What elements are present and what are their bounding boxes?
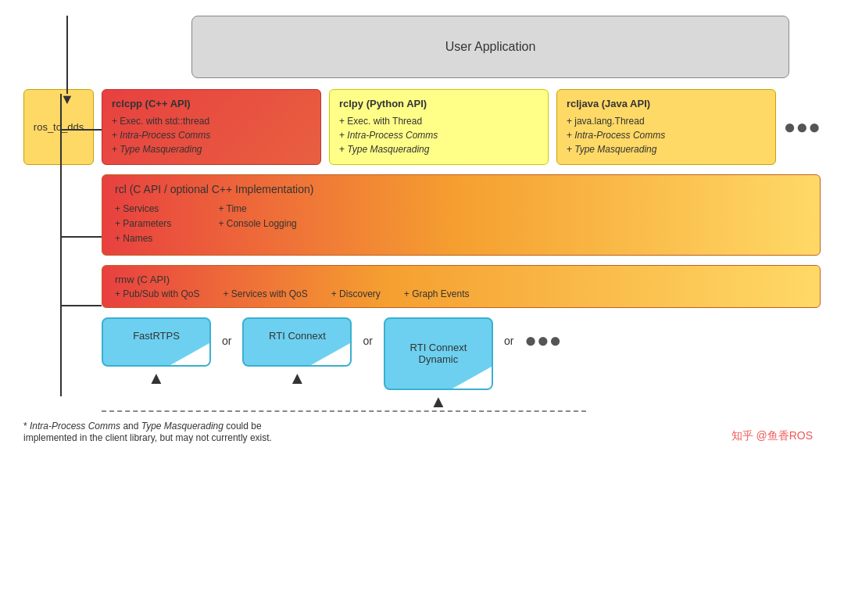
rclcpp-box: rclcpp (C++ API) + Exec. with std::threa… <box>102 89 321 165</box>
rclcpp-title: rclcpp (C++ API) <box>112 98 311 109</box>
rmw-title: rmw (C API) <box>115 274 807 285</box>
footnote: * Intra-Process Comms and Type Masquerad… <box>23 420 821 443</box>
rcljava-feat3: + Type Masquerading <box>567 142 766 156</box>
fastrtps-label: FastRTPS <box>133 330 180 342</box>
rticonnext-box: RTI Connext <box>242 317 352 367</box>
ros-to-dds-box: ros_to_dds <box>23 89 94 165</box>
h-line-client-libs <box>60 129 102 131</box>
rcl-names: + Names <box>115 231 171 246</box>
rcljava-feat1: + java.lang.Thread <box>567 114 766 128</box>
dashed-line <box>102 410 586 412</box>
rticonnext-col: RTI Connext ▲ <box>242 317 352 387</box>
rcljava-title: rcljava (Java API) <box>567 98 766 109</box>
rcl-service: + Services <box>115 202 171 217</box>
or-1: or <box>211 317 242 347</box>
watermark: 知乎 @鱼香ROS <box>731 429 813 443</box>
rclcpp-feat2: + Intra-Process Comms <box>112 128 311 142</box>
rclpy-feat2: + Intra-Process Comms <box>339 128 538 142</box>
rclcpp-feat3: + Type Masquerading <box>112 142 311 156</box>
h-line-rcl <box>60 236 102 238</box>
client-libs-dots: ●●● <box>784 89 821 165</box>
rclcpp-feat1: + Exec. with std::thread <box>112 114 311 128</box>
rcl-box: rcl (C API / optional C++ Implementation… <box>102 174 821 256</box>
rclpy-box: rclpy (Python API) + Exec. with Thread +… <box>329 89 549 165</box>
rticonnext-arrow: ▲ <box>289 370 306 387</box>
rclpy-feat1: + Exec. with Thread <box>339 114 538 128</box>
rticonnext-dynamic-col: RTI ConnextDynamic ▲ <box>384 317 493 410</box>
h-line-rmw <box>60 305 102 306</box>
rmw-box: rmw (C API) + Pub/Sub with QoS + Service… <box>102 265 821 308</box>
rmw-section: rmw (C API) + Pub/Sub with QoS + Service… <box>102 265 821 308</box>
rmw-graph: + Graph Events <box>404 288 470 299</box>
rcl-logging: + Console Logging <box>218 217 296 231</box>
fastrtps-box: FastRTPS <box>102 317 211 367</box>
diagram-container: User Application ▼ ros_to_dds rclcpp (C+… <box>0 0 844 616</box>
rticonnext-dynamic-box: RTI ConnextDynamic <box>384 317 493 390</box>
fastrtps-col: FastRTPS ▲ <box>102 317 211 387</box>
or-2: or <box>352 317 383 347</box>
rcl-title: rcl (C API / optional C++ Implementation… <box>115 183 807 195</box>
rcl-time: + Time <box>218 202 296 217</box>
rcl-params: + Parameters <box>115 217 171 231</box>
rmw-discovery: + Discovery <box>331 288 381 299</box>
down-arrow-head: ▼ <box>60 92 74 106</box>
rcl-section: rcl (C API / optional C++ Implementation… <box>102 174 821 256</box>
or-3: or <box>493 317 524 347</box>
rticonnext-label: RTI Connext <box>269 330 326 342</box>
left-vertical-connector <box>60 94 62 396</box>
rcljava-box: rcljava (Java API) + java.lang.Thread + … <box>556 89 776 165</box>
rcljava-feat2: + Intra-Process Comms <box>567 128 766 142</box>
rticonnext-dynamic-arrow: ▲ <box>430 393 447 410</box>
user-application-box: User Application <box>191 16 789 78</box>
rclpy-feat3: + Type Masquerading <box>339 142 538 156</box>
rmw-features: + Pub/Sub with QoS + Services with QoS +… <box>115 288 807 299</box>
dds-row: FastRTPS ▲ or RTI Connext ▲ or RTI Conne… <box>102 317 821 410</box>
rcl-col1: + Services + Parameters + Names <box>115 202 171 247</box>
rclpy-title: rclpy (Python API) <box>339 98 538 109</box>
rmw-pubsub: + Pub/Sub with QoS <box>115 288 199 299</box>
fastrtps-arrow: ▲ <box>148 370 165 387</box>
left-arrow-line <box>66 16 68 94</box>
rmw-services: + Services with QoS <box>223 288 307 299</box>
rcl-col2: + Time + Console Logging <box>218 202 296 247</box>
rticonnext-dynamic-label: RTI ConnextDynamic <box>410 342 467 365</box>
dds-dots: ●●● <box>524 317 561 353</box>
